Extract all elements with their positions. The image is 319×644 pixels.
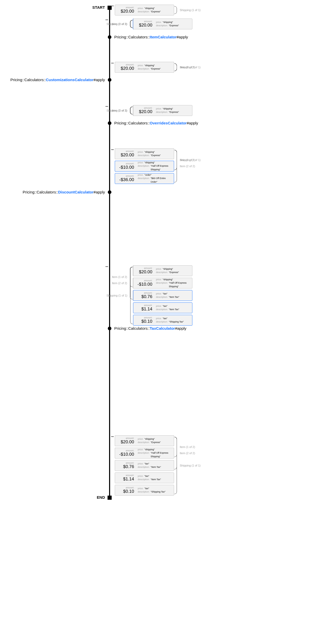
box-column: amount:$20.00price:"shipping"description… bbox=[133, 105, 192, 116]
price-box-ship10off: amount:-$10.00price:"shipping"descriptio… bbox=[115, 448, 174, 459]
description-value: "$60 Off Entire Order" bbox=[151, 177, 172, 184]
amount-label: amount: bbox=[144, 279, 152, 282]
description-value: "Express" bbox=[151, 441, 161, 444]
timeline-node-icon bbox=[108, 78, 111, 82]
description-value: "Half Off Express Shipping" bbox=[151, 451, 172, 458]
price-value: "tax" bbox=[163, 317, 167, 320]
amount-label: amount: bbox=[144, 304, 152, 307]
price-box-ship20: amount:$20.00price:"shipping"description… bbox=[115, 148, 174, 159]
timeline-node-icon bbox=[108, 121, 111, 125]
price-key: price: bbox=[138, 474, 143, 478]
calculator-label-itemcalc: Pricing::Calculators::ItemCalculator#app… bbox=[114, 35, 188, 39]
description-value: "Shipping Tax" bbox=[151, 490, 166, 494]
price-value: "shipping" bbox=[163, 278, 173, 282]
price-group: amount:$20.00price:"shipping"description… bbox=[115, 435, 203, 496]
price-value: "shipping" bbox=[144, 161, 155, 165]
description-key: description: bbox=[156, 308, 168, 311]
calculator-label-taxcalc: Pricing::Calculators::TaxCalculator#appl… bbox=[114, 326, 186, 331]
description-value: "Express" bbox=[151, 10, 161, 14]
description-key: description: bbox=[138, 10, 150, 14]
price-key: price: bbox=[156, 317, 162, 320]
amount-value: $0.10 bbox=[141, 319, 152, 324]
description-value: "Express" bbox=[169, 24, 179, 28]
price-box-ship10off: amount:-$10.00price:"shipping"descriptio… bbox=[133, 278, 192, 289]
brace-icon bbox=[174, 435, 178, 496]
price-value: "shipping" bbox=[144, 448, 155, 452]
description-key: description: bbox=[138, 177, 150, 184]
amount-value: $20.00 bbox=[121, 66, 134, 71]
price-value: "tax" bbox=[144, 487, 149, 490]
calculator-label-customcalc: Pricing::Calculators::CustomizationsCalc… bbox=[10, 78, 105, 82]
price-value: "shipping" bbox=[144, 150, 155, 154]
amount-label: amount: bbox=[126, 64, 134, 66]
price-key: price: bbox=[138, 64, 143, 67]
brace-icon bbox=[174, 5, 178, 15]
price-box-tax076: amount:$0.76price:"tax"description:"Item… bbox=[115, 460, 174, 471]
price-box-tax010: amount:$0.10price:"tax"description:"Ship… bbox=[133, 315, 192, 326]
brace-icon bbox=[129, 105, 133, 116]
price-value: "tax" bbox=[163, 304, 167, 308]
timeline-start-label: START bbox=[92, 5, 105, 10]
price-box-tax114: amount:$1.14price:"tax"description:"Item… bbox=[133, 302, 192, 313]
amount-value: $0.76 bbox=[123, 464, 134, 469]
price-key: price: bbox=[156, 292, 162, 296]
price-box-order36: amount:-$36.00price:"order"description:"… bbox=[115, 173, 174, 184]
description-key: description: bbox=[138, 451, 150, 458]
price-box-ship20: amount:$20.00price:"shipping"description… bbox=[133, 105, 192, 116]
amount-label: amount: bbox=[126, 474, 134, 477]
price-box-ship20: amount:$20.00price:"shipping"description… bbox=[115, 62, 174, 73]
price-key: price: bbox=[138, 462, 143, 466]
price-value: "tax" bbox=[163, 292, 167, 296]
description-value: "Express" bbox=[169, 111, 179, 114]
price-key: price: bbox=[138, 161, 143, 165]
price-box-ship20: amount:$20.00price:"shipping"description… bbox=[133, 265, 192, 276]
description-key: description: bbox=[156, 24, 168, 28]
price-key: price: bbox=[156, 267, 162, 271]
description-value: "Item Tax" bbox=[151, 465, 161, 469]
calculator-label-overridecalc: Pricing::Calculators::OverridesCalculato… bbox=[114, 121, 198, 125]
price-box-tax114: amount:$1.14price:"tax"description:"Item… bbox=[115, 472, 174, 483]
calculator-label-discountcalc: Pricing::Calculators::DiscountCalculator… bbox=[23, 190, 105, 194]
amount-label: amount: bbox=[126, 150, 134, 152]
price-box-ship10off: amount:-$10.00price:"shipping"descriptio… bbox=[115, 161, 174, 172]
price-group: amount:$20.00price:"shipping"description… bbox=[115, 5, 203, 15]
description-value: "Item Tax" bbox=[151, 478, 161, 481]
price-value: "tax" bbox=[144, 462, 149, 466]
amount-value: $20.00 bbox=[121, 152, 134, 158]
description-key: description: bbox=[156, 295, 168, 299]
description-key: description: bbox=[138, 441, 150, 444]
amount-label: amount: bbox=[144, 317, 152, 319]
price-value: "shipping" bbox=[163, 267, 173, 271]
amount-value: -$10.00 bbox=[119, 452, 134, 457]
price-group: amount:$20.00price:"shipping"description… bbox=[115, 62, 203, 73]
price-key: price: bbox=[138, 150, 143, 154]
amount-value: $20.00 bbox=[121, 439, 134, 445]
price-box-tax076: amount:$0.76price:"tax"description:"Item… bbox=[133, 290, 192, 301]
amount-value: $1.14 bbox=[123, 477, 134, 482]
price-box-ship20: amount:$20.00price:"shipping"description… bbox=[115, 5, 174, 15]
group-label: Shipping (1 of 1) bbox=[178, 9, 203, 12]
price-group: amount:$20.00price:"shipping"description… bbox=[104, 105, 192, 116]
amount-label: amount: bbox=[144, 20, 152, 23]
description-value: "Shipping Tax" bbox=[169, 320, 184, 324]
amount-label: amount: bbox=[126, 163, 134, 165]
timeline-node-icon bbox=[108, 35, 111, 39]
amount-value: $20.00 bbox=[139, 269, 152, 275]
price-box-ship20: amount:$20.00price:"shipping"description… bbox=[115, 435, 174, 446]
amount-label: amount: bbox=[144, 107, 152, 109]
description-key: description: bbox=[156, 111, 168, 114]
description-value: "Express" bbox=[151, 154, 161, 157]
amount-label: amount: bbox=[144, 267, 152, 269]
price-box-tax010: amount:$0.10price:"tax"description:"Ship… bbox=[115, 485, 174, 496]
box-column: amount:$20.00price:"shipping"description… bbox=[133, 265, 192, 326]
amount-value: $20.00 bbox=[139, 109, 152, 114]
description-value: "Express" bbox=[151, 67, 161, 71]
price-box-ship20: amount:$20.00price:"shipping"description… bbox=[133, 19, 192, 29]
amount-label: amount: bbox=[126, 462, 134, 464]
box-column: amount:$20.00price:"shipping"description… bbox=[115, 62, 174, 73]
group-label: Shipping (1 of 1) bbox=[104, 294, 129, 297]
price-key: price: bbox=[156, 107, 162, 111]
timeline-node-icon bbox=[108, 190, 111, 194]
description-value: "Item Tax" bbox=[169, 308, 179, 311]
amount-value: -$36.00 bbox=[119, 177, 134, 182]
